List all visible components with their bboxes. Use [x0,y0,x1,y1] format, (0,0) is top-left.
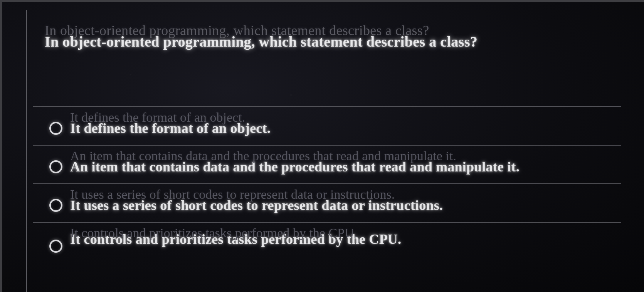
answer-ghost-text: It controls and prioritizes tasks perfor… [70,226,357,240]
radio-icon[interactable] [49,122,62,135]
question-block: In object-oriented programming, which st… [45,33,621,50]
answer-option-4[interactable]: It controls and prioritizes tasks perfor… [33,222,621,263]
answer-option-3[interactable]: It uses a series of short codes to repre… [33,183,621,222]
answers-list: It defines the format of an object. It d… [33,106,621,263]
answer-option-1[interactable]: It defines the format of an object. It d… [33,106,621,145]
answer-option-2[interactable]: An item that contains data and the proce… [33,145,621,183]
answer-ghost-text: It defines the format of an object. [70,110,245,125]
radio-icon[interactable] [49,160,62,173]
radio-icon[interactable] [49,240,62,253]
answer-ghost-text: It uses a series of short codes to repre… [70,187,395,202]
answer-ghost-text: An item that contains data and the proce… [70,149,456,163]
question-text: In object-oriented programming, which st… [45,33,621,50]
radio-icon[interactable] [49,199,62,212]
quiz-frame: In object-oriented programming, which st… [0,0,644,292]
